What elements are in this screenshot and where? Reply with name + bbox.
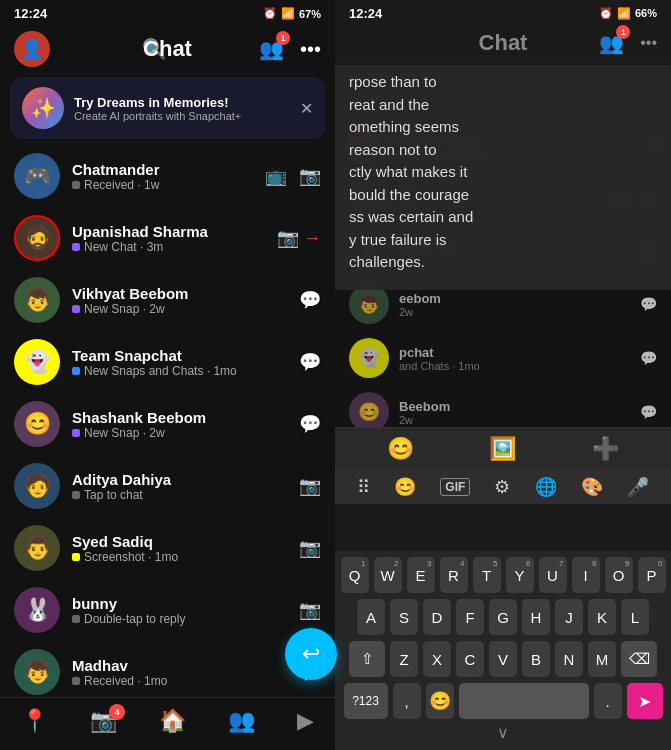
chat-item-bunny[interactable]: 🐰 bunny Double-tap to reply 📷	[0, 579, 335, 641]
signal-icon-right: 📶	[617, 7, 631, 20]
key-o[interactable]: O9	[605, 557, 633, 593]
chat-item-upanishad[interactable]: 🧔 Upanishad Sharma New Chat · 3m 📷 →	[0, 207, 335, 269]
right-chat-info4: pchat and Chats · 1mo	[399, 345, 630, 372]
key-x[interactable]: X	[423, 641, 451, 677]
nav-map[interactable]: 📍	[21, 708, 48, 734]
add-friend-icon-right[interactable]: 👥 1	[599, 31, 624, 55]
banner-subtitle: Create AI portraits with Snapchat+	[74, 110, 290, 122]
chat-item-syed[interactable]: 👨 Syed Sadiq Screenshot · 1mo 📷	[0, 517, 335, 579]
key-p[interactable]: P0	[638, 557, 666, 593]
chat-action-icon[interactable]: 📺	[265, 165, 287, 187]
chat-item-snapchat[interactable]: 👻 Team Snapchat New Snaps and Chats · 1m…	[0, 331, 335, 393]
chat-name: Aditya Dahiya	[72, 471, 287, 488]
key-h[interactable]: H	[522, 599, 550, 635]
right-page-title: Chat	[479, 30, 528, 56]
chat-item-shashank[interactable]: 😊 Shashank Beebom New Snap · 2w 💬	[0, 393, 335, 455]
camera-icon[interactable]: 📷	[299, 599, 321, 621]
num-key[interactable]: ?123	[344, 683, 388, 719]
camera-icon[interactable]: 📷	[299, 165, 321, 187]
more-options-icon[interactable]: •••	[300, 38, 321, 61]
alarm-icon-right: ⏰	[599, 7, 613, 20]
chat-name: Chatmander	[72, 161, 253, 178]
key-y[interactable]: Y6	[506, 557, 534, 593]
key-w[interactable]: W2	[374, 557, 402, 593]
nav-friends[interactable]: 👥	[228, 708, 255, 734]
camera-icon[interactable]: 📷	[277, 227, 299, 249]
chat-avatar-madhav: 👦	[14, 649, 60, 695]
comma-key[interactable]: ,	[393, 683, 421, 719]
right-bubble-icon3: 💬	[640, 404, 657, 420]
key-z[interactable]: Z	[390, 641, 418, 677]
key-b[interactable]: B	[522, 641, 550, 677]
space-key[interactable]	[459, 683, 589, 719]
right-panel: 12:24 ⏰ 📶 66% Chat 👥 1 ••• rpose than to…	[335, 0, 671, 750]
more-options-right[interactable]: •••	[640, 34, 657, 52]
emoji-key[interactable]: 😊	[426, 683, 454, 719]
mic-icon[interactable]: 🎤	[627, 476, 649, 498]
add-friend-icon[interactable]: 👥 1	[259, 37, 284, 61]
compose-fab[interactable]: ↩	[285, 628, 337, 680]
key-j[interactable]: J	[555, 599, 583, 635]
key-m[interactable]: M	[588, 641, 616, 677]
emoji-tool[interactable]: 😊	[394, 476, 416, 498]
key-t[interactable]: T5	[473, 557, 501, 593]
status-dot	[72, 553, 80, 561]
key-i[interactable]: I8	[572, 557, 600, 593]
page-title: Chat	[143, 36, 192, 62]
nav-camera[interactable]: 📷 4	[90, 708, 117, 734]
chat-bubble-icon[interactable]: 💬	[299, 289, 321, 311]
right-chat-status3: 2w	[399, 306, 630, 318]
key-c[interactable]: C	[456, 641, 484, 677]
theme-icon[interactable]: 🎨	[581, 476, 603, 498]
camera-icon[interactable]: 📷	[299, 537, 321, 559]
gif-button[interactable]: GIF	[440, 478, 470, 496]
send-key[interactable]: ➤	[627, 683, 663, 719]
user-avatar[interactable]: 👤	[14, 31, 50, 67]
plus-icon[interactable]: ➕	[592, 436, 619, 462]
chat-status: New Snaps and Chats · 1mo	[72, 364, 287, 378]
key-k[interactable]: K	[588, 599, 616, 635]
key-l[interactable]: L	[621, 599, 649, 635]
promo-banner[interactable]: ✨ Try Dreams in Memories! Create AI port…	[10, 77, 325, 139]
camera-icon[interactable]: 📷	[299, 475, 321, 497]
chat-item-chatmander[interactable]: 🎮 Chatmander Received · 1w 📺 📷	[0, 145, 335, 207]
key-u[interactable]: U7	[539, 557, 567, 593]
chat-name: Syed Sadiq	[72, 533, 287, 550]
right-chat-name4: pchat	[399, 345, 630, 360]
grid-icon[interactable]: ⠿	[357, 476, 370, 498]
emoji-smiley[interactable]: 😊	[387, 436, 414, 462]
nav-stories[interactable]: ▶	[297, 708, 314, 734]
key-r[interactable]: R4	[440, 557, 468, 593]
right-bubble-icon: 💬	[640, 296, 657, 312]
popup-text: rpose than to reat and the omething seem…	[349, 71, 657, 274]
keyboard-hide[interactable]: ∨	[337, 719, 669, 746]
sticker-icon[interactable]: 🖼️	[489, 436, 516, 462]
period-key[interactable]: .	[594, 683, 622, 719]
key-g[interactable]: G	[489, 599, 517, 635]
keyboard-row-3: ⇧ Z X C V B N M ⌫	[337, 641, 669, 677]
chevron-down-icon[interactable]: ∨	[497, 723, 509, 742]
chat-item-vikhyat[interactable]: 👦 Vikhyat Beebom New Snap · 2w 💬	[0, 269, 335, 331]
settings-icon[interactable]: ⚙	[494, 476, 510, 498]
translate-icon[interactable]: 🌐	[535, 476, 557, 498]
banner-close[interactable]: ✕	[300, 99, 313, 118]
key-v[interactable]: V	[489, 641, 517, 677]
chat-avatar-chatmander: 🎮	[14, 153, 60, 199]
chat-bubble-icon[interactable]: 💬	[299, 413, 321, 435]
chat-list: 🎮 Chatmander Received · 1w 📺 📷 🧔 Upanish…	[0, 145, 335, 697]
key-n[interactable]: N	[555, 641, 583, 677]
key-q[interactable]: Q1	[341, 557, 369, 593]
chat-item-aditya[interactable]: 🧑 Aditya Dahiya Tap to chat 📷	[0, 455, 335, 517]
key-a[interactable]: A	[357, 599, 385, 635]
header-right: 👥 1 •••	[259, 37, 321, 61]
key-d[interactable]: D	[423, 599, 451, 635]
add-friend-badge: 1	[276, 31, 290, 45]
shift-key[interactable]: ⇧	[349, 641, 385, 677]
key-e[interactable]: E3	[407, 557, 435, 593]
nav-home[interactable]: 🏠	[159, 708, 186, 734]
chat-bubble-icon[interactable]: 💬	[299, 351, 321, 373]
backspace-key[interactable]: ⌫	[621, 641, 657, 677]
key-f[interactable]: F	[456, 599, 484, 635]
key-s[interactable]: S	[390, 599, 418, 635]
chat-status: Received · 1w	[72, 178, 253, 192]
